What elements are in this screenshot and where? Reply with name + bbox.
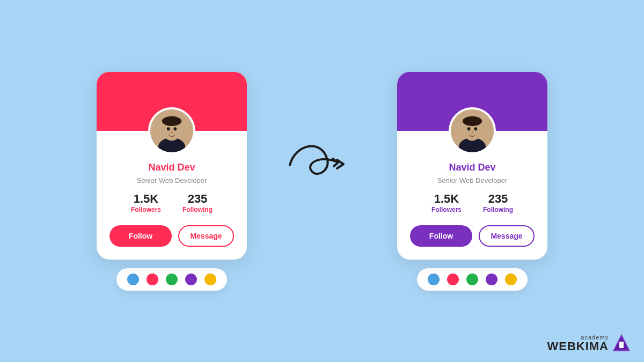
avatar-red [148,107,195,154]
transition-arrow [279,133,365,197]
card1-buttons: Follow Message [109,225,234,247]
logo-container: academy WEBKIMA [547,333,631,352]
card2-stats: 1.5K Followers 235 Following [410,192,535,213]
dot2-green[interactable] [466,274,478,285]
card1-followers: 1.5K Followers [131,192,161,213]
profile-card-red: Navid Dev Senior Web Developer 1.5K Foll… [97,72,247,260]
svg-point-13 [467,127,470,130]
card2-following-label: Following [483,206,513,213]
card2-wrapper: Navid Dev Senior Web Developer 1.5K Foll… [397,72,547,291]
dot-red[interactable] [147,274,158,285]
svg-point-7 [171,131,173,133]
dot-purple[interactable] [185,274,197,285]
arrow-container [279,133,365,197]
dot-green[interactable] [166,274,178,285]
dot2-purple[interactable] [486,274,497,285]
card2-followers-label: Followers [431,206,462,213]
card2-follow-button[interactable]: Follow [410,225,472,247]
card2-following-count: 235 [488,192,508,206]
svg-point-4 [162,116,181,125]
card1-following: 235 Following [182,192,213,213]
card1-color-dots [116,268,227,291]
card1-name: Navid Dev [148,162,195,173]
svg-point-6 [174,127,177,130]
card1-followers-count: 1.5K [134,192,158,206]
svg-rect-18 [619,342,624,348]
dot-yellow[interactable] [204,274,216,285]
card2-title: Senior Web Developer [437,176,508,184]
profile-card-purple: Navid Dev Senior Web Developer 1.5K Foll… [397,72,547,260]
card2-name: Navid Dev [449,162,495,173]
dot2-red[interactable] [447,274,459,285]
svg-point-15 [471,131,473,133]
dot2-yellow[interactable] [505,274,517,285]
dot-blue[interactable] [127,274,139,285]
card1-following-count: 235 [188,192,208,206]
card1-header [97,72,247,131]
svg-point-5 [167,127,170,130]
card1-followers-label: Followers [131,206,161,213]
logo-brand-text: WEBKIMA [547,341,609,352]
dot2-blue[interactable] [428,274,440,285]
card1-title: Senior Web Developer [137,176,207,184]
svg-point-12 [463,116,482,125]
card1-following-label: Following [182,206,213,213]
card2-following: 235 Following [483,192,513,213]
card1-wrapper: Navid Dev Senior Web Developer 1.5K Foll… [97,72,247,291]
card2-followers-count: 1.5K [434,192,459,206]
avatar-purple [449,107,496,154]
card2-followers: 1.5K Followers [431,192,462,213]
card1-stats: 1.5K Followers 235 Following [109,192,234,213]
card1-follow-button[interactable]: Follow [109,225,172,247]
svg-point-14 [474,127,477,130]
card1-message-button[interactable]: Message [178,225,234,247]
card2-message-button[interactable]: Message [479,225,535,247]
logo-text: academy WEBKIMA [547,334,609,352]
main-container: Navid Dev Senior Web Developer 1.5K Foll… [0,0,644,362]
card2-color-dots [417,268,528,291]
card2-header [397,72,547,131]
card2-buttons: Follow Message [410,225,535,247]
logo-icon [612,333,631,352]
